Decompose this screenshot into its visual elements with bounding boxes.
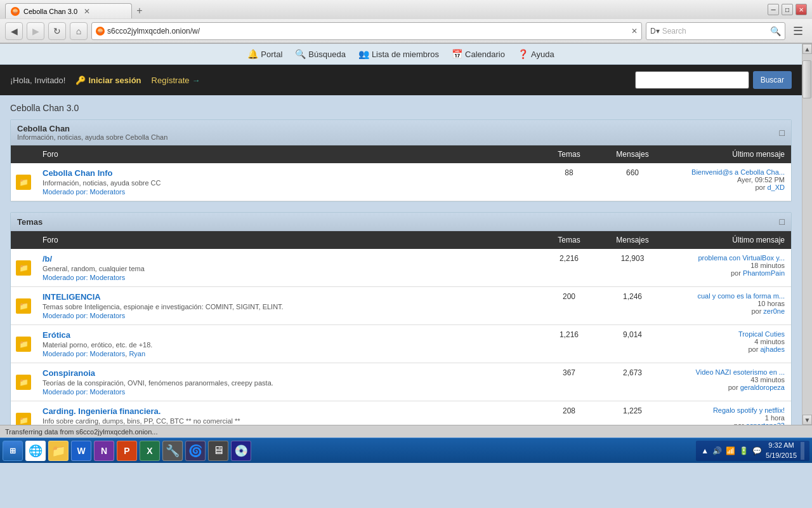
last-post-cell-t3: Video NAZI esoterismo en ... 43 minutos …	[664, 363, 791, 401]
mod-name-t0[interactable]: Moderators	[90, 274, 126, 281]
forum-name-t2[interactable]: Erótica	[43, 330, 531, 340]
forum-info-cell: Cebolla Chan Info Información, noticias,…	[36, 163, 537, 201]
portal-nav-item[interactable]: 🔔 Portal	[247, 49, 282, 59]
table-header-temas: Foro Temas Mensajes Último mensaje	[11, 231, 791, 249]
last-post-title-t1[interactable]: cual y como es la forma m...	[671, 292, 785, 300]
forum-folder-icon-2: 📁	[16, 337, 31, 352]
forum-name-t4[interactable]: Carding. Ingeniería financiera.	[43, 406, 531, 416]
last-post-user-t2[interactable]: ajhades	[760, 345, 785, 353]
login-label: Iniciar sesión	[88, 76, 141, 85]
taskbar-tool3-icon[interactable]: 🖥	[208, 441, 228, 461]
mod-name-t3[interactable]: Moderators	[90, 388, 126, 396]
miembros-nav-item[interactable]: 👥 Lista de miembros	[358, 49, 439, 59]
mod-label-0: Moderado por:	[43, 188, 88, 196]
scroll-up-button[interactable]: ▲	[802, 44, 812, 54]
search-placeholder-text: Search	[662, 27, 768, 36]
header-search-input[interactable]	[635, 71, 749, 89]
clock-time: 9:32 AM	[766, 441, 797, 450]
table-row: 📁 /b/ General, random, cualquier tema Mo…	[11, 249, 791, 287]
mensajes-cell-t1: 1,246	[601, 287, 664, 325]
section-header-info: Cebolla Chan Información, noticias, ayud…	[17, 124, 167, 141]
forum-folder-icon-0: 📁	[16, 260, 31, 276]
last-post-time-t3: 43 minutos	[671, 376, 785, 384]
taskbar-ppt-icon[interactable]: P	[117, 441, 137, 461]
browser-search-icon[interactable]: 🔍	[770, 26, 781, 36]
back-button[interactable]: ◀	[5, 22, 23, 40]
scroll-down-button[interactable]: ▼	[802, 415, 812, 425]
minimize-button[interactable]: ─	[768, 4, 779, 15]
table-row: 📁 Cebolla Chan Info Información, noticia…	[11, 163, 791, 201]
last-post-user-t1[interactable]: zer0ne	[763, 307, 785, 315]
taskbar-onenote-icon[interactable]: N	[94, 441, 114, 461]
mod-name-t2[interactable]: Moderators	[90, 350, 126, 358]
busqueda-icon: 🔍	[295, 49, 306, 59]
last-post-user-t0[interactable]: PhantomPain	[743, 269, 785, 277]
mensajes-cell-t2: 9,014	[601, 325, 664, 363]
last-post-title-t2[interactable]: Tropical Cuties	[671, 330, 785, 338]
login-link[interactable]: 🔑 Iniciar sesión	[75, 76, 141, 85]
last-post-title-t4[interactable]: Regalo spotify y netflix!	[671, 406, 785, 414]
taskbar-tool4-icon[interactable]: 💿	[231, 441, 251, 461]
collapse-icon-cebolla[interactable]: □	[780, 128, 785, 138]
last-post-cell-t4: Regalo spotify y netflix! 1 hora por esp…	[664, 401, 791, 425]
calendario-nav-item[interactable]: 📅 Calendario	[452, 49, 505, 59]
collapse-icon-temas[interactable]: □	[780, 217, 785, 227]
mod-name-t1[interactable]: Moderators	[90, 312, 126, 319]
taskbar-excel-icon[interactable]: X	[140, 441, 160, 461]
taskbar-explorer-icon[interactable]: 📁	[48, 441, 69, 461]
scroll-track[interactable]	[802, 54, 812, 415]
scroll-thumb[interactable]	[802, 60, 811, 98]
last-post-by-t4: por espartano23	[671, 422, 785, 425]
last-post-by-t3: por geraldoropeza	[671, 384, 785, 391]
address-bar[interactable]: 🧅 s6cco2jylmxqcdeh.onion/w/ ✕	[91, 22, 642, 40]
col-temas-t: Temas	[537, 231, 601, 249]
taskbar-chrome-icon[interactable]: 🌐	[25, 441, 46, 461]
forum-name-0[interactable]: Cebolla Chan Info	[43, 168, 531, 178]
ayuda-label: Ayuda	[531, 50, 554, 59]
tray-show-desktop[interactable]	[801, 442, 804, 460]
last-post-user-t4[interactable]: espartano23	[746, 422, 785, 425]
close-button[interactable]: ✕	[796, 4, 807, 15]
reload-button[interactable]: ↻	[48, 22, 66, 40]
forum-folder-icon-3: 📁	[16, 375, 31, 390]
home-button[interactable]: ⌂	[70, 22, 88, 40]
content-area: 🔔 Portal 🔍 Búsqueda 👥 Lista de miembros …	[0, 44, 802, 425]
window-controls: ─ □ ✕	[768, 4, 807, 15]
last-post-user-t3[interactable]: geraldoropeza	[740, 384, 785, 391]
taskbar-tool2-icon[interactable]: 🌀	[185, 441, 206, 461]
busqueda-nav-item[interactable]: 🔍 Búsqueda	[295, 49, 346, 59]
browser-menu-button[interactable]: ☰	[789, 22, 807, 40]
tray-icon-5: 💬	[752, 446, 762, 455]
start-button[interactable]: ⊞	[3, 441, 23, 461]
header-search-button[interactable]: Buscar	[753, 71, 792, 89]
forward-button[interactable]: ▶	[27, 22, 44, 40]
new-tab-button[interactable]: +	[132, 3, 147, 18]
register-link[interactable]: Regístrate	[152, 76, 190, 85]
forum-folder-icon-4: 📁	[16, 413, 31, 425]
forum-desc-t2: Material porno, erótico, etc. de +18.	[43, 341, 531, 349]
table-header-cebolla: Foro Temas Mensajes Último mensaje	[11, 145, 791, 163]
tab-close-button[interactable]: ✕	[84, 7, 90, 16]
last-post-title-t0[interactable]: problema con VirtualBox y...	[671, 254, 785, 262]
ayuda-nav-item[interactable]: ❓ Ayuda	[518, 49, 554, 59]
forum-desc-t1: Temas sobre Inteligencia, espionaje e in…	[43, 303, 531, 311]
taskbar-tool1-icon[interactable]: 🔧	[162, 441, 183, 461]
temas-cell-t2: 1,216	[537, 325, 601, 363]
scrollbar[interactable]: ▲ ▼	[802, 44, 812, 425]
tray-icon-3: 📶	[726, 446, 735, 455]
taskbar-word-icon[interactable]: W	[71, 441, 91, 461]
forum-name-t1[interactable]: INTELIGENCIA	[43, 292, 531, 302]
mod-extra-2[interactable]: Ryan	[129, 350, 145, 358]
last-post-title-0[interactable]: Bienvenid@s a Cebolla Cha...	[671, 168, 785, 176]
last-post-title-t3[interactable]: Video NAZI esoterismo en ...	[671, 368, 785, 376]
forum-info-cell-2: Erótica Material porno, erótico, etc. de…	[36, 325, 537, 363]
forum-name-t0[interactable]: /b/	[43, 254, 531, 264]
portal-icon: 🔔	[247, 49, 258, 59]
active-tab[interactable]: 🧅 Cebolla Chan 3.0 ✕	[5, 3, 132, 18]
browser-search-box[interactable]: D▾ Search 🔍	[646, 22, 785, 40]
maximize-button[interactable]: □	[782, 4, 793, 15]
mod-name-0[interactable]: Moderators	[90, 188, 126, 196]
last-post-user-0[interactable]: d_XD	[767, 184, 785, 191]
forum-name-t3[interactable]: Conspiranoia	[43, 368, 531, 378]
forum-desc-0: Información, noticias, ayuda sobre CC	[43, 179, 531, 187]
